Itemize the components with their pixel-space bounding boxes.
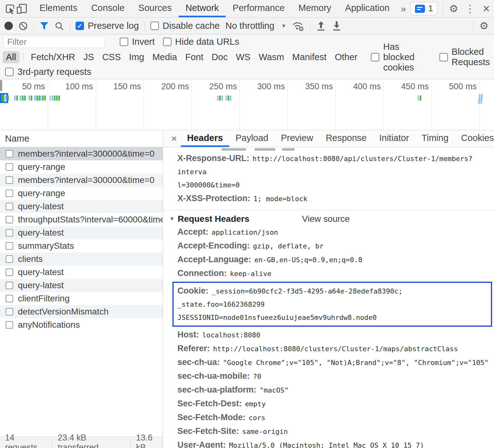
detail-tab-payload[interactable]: Payload <box>229 130 275 147</box>
header-value: application/json <box>212 228 278 236</box>
type-filter-wasm[interactable]: Wasm <box>255 51 287 63</box>
request-checkbox[interactable] <box>6 295 13 302</box>
header-value: cors <box>249 414 265 422</box>
request-checkbox[interactable] <box>6 190 13 197</box>
detail-tab-response[interactable]: Response <box>319 130 373 147</box>
request-checkbox[interactable] <box>6 242 13 250</box>
request-row[interactable]: summaryStats <box>0 239 163 253</box>
main-tab-performance[interactable]: Performance <box>226 0 292 17</box>
timeline-cells: 50 ms100 ms150 ms200 ms250 ms300 ms350 m… <box>0 79 494 130</box>
main-tab-memory[interactable]: Memory <box>292 0 338 17</box>
type-filter-fetch-xhr[interactable]: Fetch/XHR <box>27 51 79 63</box>
detail-tab-preview[interactable]: Preview <box>275 130 319 147</box>
detail-tab-initiator[interactable]: Initiator <box>373 130 415 147</box>
export-har-icon[interactable] <box>332 21 342 31</box>
type-filter-font[interactable]: Font <box>182 51 207 63</box>
detail-tab-timing[interactable]: Timing <box>415 130 455 147</box>
preserve-log-checkbox[interactable] <box>76 22 84 30</box>
request-checkbox[interactable] <box>6 282 13 289</box>
more-options-icon[interactable]: ⋮ <box>464 3 476 15</box>
invert-checkbox[interactable] <box>120 38 128 46</box>
request-headers-title[interactable]: Request Headers <box>178 214 250 224</box>
third-party-checkbox[interactable] <box>5 68 13 76</box>
request-row[interactable]: query-latest <box>0 200 163 213</box>
import-har-icon[interactable] <box>316 21 326 31</box>
request-checkbox[interactable] <box>6 321 13 329</box>
name-column-header[interactable]: Name <box>0 130 163 147</box>
inspect-element-icon[interactable] <box>4 0 16 17</box>
device-toolbar-icon[interactable] <box>16 0 28 17</box>
status-bar: 14 requests 23.4 kB transferred 13.6 kB <box>0 437 163 448</box>
filter-funnel-icon[interactable] <box>39 22 49 30</box>
network-toolbar: Preserve log Disable cache No throttling… <box>0 18 494 34</box>
request-checkbox[interactable] <box>6 176 13 184</box>
record-network-log-button[interactable] <box>4 22 13 30</box>
request-checkbox[interactable] <box>6 163 13 171</box>
request-checkbox[interactable] <box>6 255 13 263</box>
type-filter-manifest[interactable]: Manifest <box>289 51 330 63</box>
request-row[interactable]: query-latest <box>0 279 163 292</box>
header-value: JSESSIONID=node01nsfueez6uiujeae5mv9uhrd… <box>177 311 488 324</box>
request-row[interactable]: detectVersionMismatch <box>0 305 163 318</box>
request-row[interactable]: clientFiltering <box>0 292 163 305</box>
request-checkbox[interactable] <box>6 268 13 276</box>
disable-cache-checkbox[interactable] <box>150 22 159 30</box>
type-filter-other[interactable]: Other <box>331 51 361 63</box>
main-tab-sources[interactable]: Sources <box>131 0 178 17</box>
type-filter-js[interactable]: JS <box>80 51 97 63</box>
request-name: clients <box>18 254 43 264</box>
issues-count: 1 <box>428 4 433 13</box>
main-tabs: ElementsConsoleSourcesNetworkPerformance… <box>33 0 397 17</box>
timeline-tick-50-ms: 50 ms <box>0 79 48 130</box>
network-conditions-icon[interactable] <box>292 21 304 31</box>
request-row[interactable]: query-range <box>0 187 163 200</box>
detail-tab-headers[interactable]: Headers <box>181 130 229 147</box>
type-filter-img[interactable]: Img <box>126 51 148 63</box>
type-filter-ws[interactable]: WS <box>233 51 254 63</box>
main-tab-application[interactable]: Application <box>338 0 397 17</box>
request-row[interactable]: anyNotifications <box>0 318 163 331</box>
blocked-requests-checkbox[interactable] <box>439 53 448 61</box>
close-devtools-icon[interactable]: × <box>481 2 492 16</box>
request-row[interactable]: members?interval=300000&time=0 <box>0 147 163 160</box>
timeline-scroll-nub <box>0 80 2 91</box>
settings-gear-icon[interactable]: ⚙ <box>448 3 459 15</box>
request-checkbox[interactable] <box>6 308 13 315</box>
type-filter-doc[interactable]: Doc <box>208 51 231 63</box>
request-row[interactable]: members?interval=300000&time=0 <box>0 174 163 187</box>
throttling-dropdown[interactable]: No throttling ▼ <box>225 21 286 31</box>
detail-tab-cookies[interactable]: Cookies <box>455 130 494 147</box>
clear-network-log-icon[interactable] <box>18 21 28 31</box>
type-filter-all[interactable]: All <box>3 51 19 63</box>
request-name: members?interval=300000&time=0 <box>18 149 155 159</box>
request-row[interactable]: query-range <box>0 160 163 174</box>
close-details-icon[interactable]: × <box>167 130 181 147</box>
request-row[interactable]: throughputStats?interval=60000&time=0 <box>0 213 163 226</box>
request-row[interactable]: clients <box>0 253 163 266</box>
request-checkbox[interactable] <box>6 229 13 237</box>
network-overview-timeline[interactable]: 50 ms100 ms150 ms200 ms250 ms300 ms350 m… <box>0 79 494 130</box>
disclosure-triangle-icon[interactable]: ▼ <box>169 216 175 222</box>
header-value: 1; mode=block <box>254 195 307 203</box>
has-blocked-cookies-checkbox[interactable] <box>371 53 379 61</box>
search-icon[interactable] <box>55 21 64 31</box>
issues-badge[interactable]: 1 <box>410 2 438 15</box>
request-checkbox[interactable] <box>6 150 13 158</box>
view-source-link[interactable]: View source <box>302 214 350 224</box>
more-tabs-chevron-icon[interactable]: » <box>397 0 411 17</box>
main-tab-console[interactable]: Console <box>84 0 131 17</box>
request-row[interactable]: query-latest <box>0 266 163 279</box>
request-row[interactable]: query-latest <box>0 226 163 239</box>
devtools-main-tabbar: ElementsConsoleSourcesNetworkPerformance… <box>0 0 494 18</box>
type-filter-media[interactable]: Media <box>149 51 181 63</box>
network-settings-gear-icon[interactable]: ⚙ <box>478 20 490 32</box>
request-checkbox[interactable] <box>6 216 13 223</box>
request-name: clientFiltering <box>18 294 70 304</box>
main-tab-elements[interactable]: Elements <box>33 0 84 17</box>
hide-data-urls-checkbox[interactable] <box>163 38 171 46</box>
request-checkbox[interactable] <box>6 203 13 210</box>
filter-input[interactable] <box>3 36 105 48</box>
main-tab-network[interactable]: Network <box>179 0 226 17</box>
divider <box>130 439 130 446</box>
type-filter-css[interactable]: CSS <box>99 51 124 63</box>
